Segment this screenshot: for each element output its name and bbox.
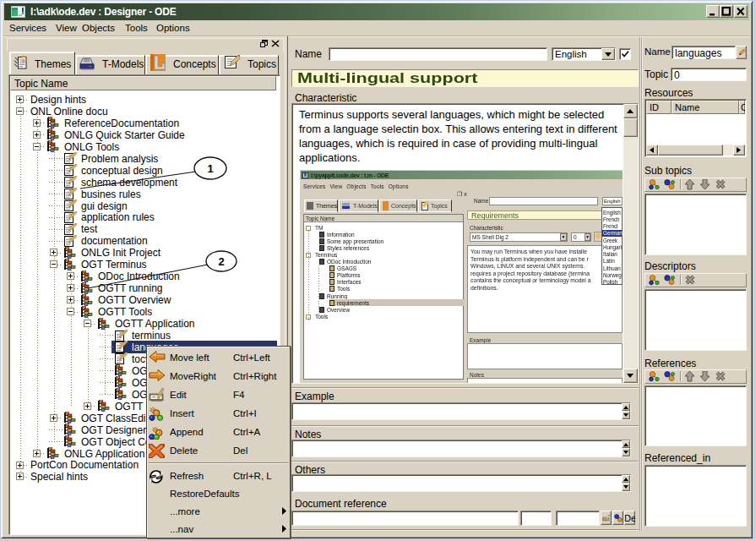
svg-text:1: 1 [207, 162, 213, 175]
svg-text:2: 2 [218, 255, 224, 268]
